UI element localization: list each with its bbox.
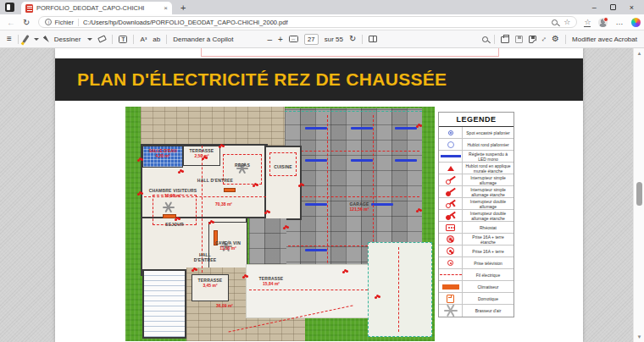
paving-top [141, 107, 285, 146]
walkway-tiles [249, 218, 286, 264]
text-tool-icon[interactable]: ab [153, 36, 160, 43]
draw-chevron-icon[interactable] [87, 38, 92, 41]
legend-row: Brasseur d'air [439, 305, 514, 317]
electric-symbol [266, 210, 269, 212]
previous-page-frame [201, 48, 499, 57]
settings-gear-icon[interactable]: ⚙ [552, 35, 559, 43]
address-bar: ← ↻ i Fichier C:/Users/hp/Downloads/PORF… [0, 14, 644, 30]
favorite-star-icon[interactable]: ☆ [564, 19, 570, 26]
interrupteur-double-etanche-icon [445, 211, 456, 221]
info-icon[interactable]: i [45, 19, 52, 25]
pdf-viewport[interactable]: PLAN D'ÉLECTRICITÉ REZ DE CHAUSSÉE [0, 48, 644, 342]
interrupteur-simple-icon [445, 175, 456, 185]
prise-television-icon [447, 260, 453, 266]
scheme-label: Fichier [54, 19, 74, 26]
legend-panel: LEGENDE Spot encastré plafonier Hublot r… [438, 112, 514, 317]
electric-symbol [244, 274, 247, 277]
legend-row: Interrupteur simple allumage étanche [439, 186, 514, 198]
tab-close-icon[interactable]: × [164, 4, 168, 12]
toolbar-divider [166, 35, 167, 44]
search-icon[interactable] [482, 36, 488, 42]
title-banner: PLAN D'ÉLECTRICITÉ REZ DE CHAUSSÉE [55, 58, 583, 101]
legend-row: Hublot rond en applique murale étanche [439, 163, 514, 174]
minimize-button[interactable]: – [592, 3, 597, 12]
legend-row: Prise 16A + terre [439, 245, 514, 257]
eraser-icon[interactable] [98, 35, 108, 42]
interrupteur-simple-etanche-icon [445, 187, 456, 197]
toolbar-divider [133, 35, 134, 44]
led-bar [351, 127, 373, 130]
electric-symbol [300, 183, 303, 185]
zoom-in-button[interactable]: + [278, 35, 283, 44]
refresh-icon[interactable]: ↻ [23, 18, 30, 27]
scrollbar-thumb[interactable] [636, 182, 642, 206]
wire-dashed-line [249, 290, 368, 290]
fil-electrique-icon [440, 274, 462, 275]
page-number-input[interactable] [304, 34, 319, 45]
save-as-icon[interactable] [529, 36, 536, 43]
zoom-out-button[interactable]: – [267, 35, 272, 44]
legend-row: Interrupteur simple allumage [439, 174, 514, 186]
back-terrace [246, 264, 371, 318]
pdf-page: PLAN D'ÉLECTRICITÉ REZ DE CHAUSSÉE [55, 48, 583, 342]
edit-with-acrobat-button[interactable]: Modifier avec Acrobat [572, 36, 637, 43]
domotique-icon [447, 295, 454, 303]
rotate-icon[interactable]: ↻ [349, 35, 356, 43]
zoom-page-icon[interactable] [552, 19, 558, 25]
browser-window: PORFOLIO_DEODAT_CAPO-CHICHI × + – × ← ↻ … [0, 0, 644, 342]
favorites-bar-icon[interactable]: ☆ [584, 19, 591, 26]
highlighter-icon[interactable] [22, 35, 29, 43]
electric-symbol [139, 191, 142, 194]
fullscreen-icon[interactable]: ↕ [540, 35, 548, 43]
vertical-scrollbar[interactable]: ▲ ▼ [633, 48, 644, 342]
teal-wire-line [285, 111, 422, 112]
maximize-button[interactable] [610, 4, 616, 10]
toolbar-divider [18, 35, 19, 44]
electric-symbol [418, 124, 420, 126]
room-label: TERRASSE 15,84 m² [253, 276, 290, 287]
fit-width-icon[interactable]: ↔ [289, 36, 298, 42]
workspaces-icon[interactable] [5, 3, 14, 12]
tab-title: PORFOLIO_DEODAT_CAPO-CHICHI [36, 4, 161, 12]
hublot-applique-icon [447, 166, 454, 171]
highlighter-chevron-icon[interactable] [34, 38, 39, 41]
url-text[interactable]: C:/Users/hp/Downloads/PORFOLIO_DEODAT_CA… [83, 19, 547, 26]
table-of-contents-icon[interactable]: ≡ [7, 35, 12, 43]
legend-row: Interrupteur double allumage étanche [439, 210, 514, 222]
back-icon[interactable]: ← [7, 18, 15, 27]
led-bar [395, 127, 417, 130]
electric-symbol [176, 217, 179, 219]
pdf-toolbar: ≡ Dessiner T Aᵌ ab Demander à Copilot – … [0, 30, 644, 48]
read-aloud-icon[interactable]: Aᵌ [140, 36, 147, 43]
print-icon[interactable] [501, 36, 509, 43]
brasseur-air-icon [444, 304, 458, 317]
legend-title: LEGENDE [439, 113, 514, 127]
scroll-down-icon[interactable]: ▼ [634, 334, 644, 339]
wire-dashed-line [288, 196, 419, 197]
legend-row: Prise 16A + terre étanche [439, 234, 514, 245]
url-field[interactable]: i Fichier C:/Users/hp/Downloads/PORFOLIO… [38, 16, 577, 28]
draw-label[interactable]: Dessiner [54, 36, 81, 43]
legend-row: Domotique [439, 293, 514, 305]
prise-terre-icon [447, 247, 454, 255]
wire-dashed-line [288, 151, 419, 152]
profile-avatar[interactable] [598, 18, 608, 27]
page-view-icon[interactable] [369, 36, 377, 42]
toolbar-divider [565, 35, 566, 44]
new-tab-button[interactable]: + [180, 3, 186, 12]
air-conditioner-symbol [163, 214, 176, 218]
save-icon[interactable] [515, 36, 523, 43]
electric-symbol [220, 144, 223, 146]
scroll-up-icon[interactable]: ▲ [634, 51, 644, 56]
ceiling-fan-icon [163, 201, 175, 213]
close-button[interactable]: × [630, 3, 634, 12]
room-area-label: 36,09 m² [203, 303, 246, 308]
copilot-icon[interactable] [631, 18, 641, 27]
draw-pen-icon[interactable] [42, 35, 50, 42]
pdf-file-icon [25, 4, 33, 13]
more-menu-icon[interactable]: … [615, 18, 624, 26]
add-text-icon[interactable]: T [119, 36, 127, 43]
ask-copilot-button[interactable]: Demander à Copilot [173, 36, 233, 43]
active-tab[interactable]: PORFOLIO_DEODAT_CAPO-CHICHI × [21, 2, 172, 14]
electric-symbol [180, 169, 182, 172]
